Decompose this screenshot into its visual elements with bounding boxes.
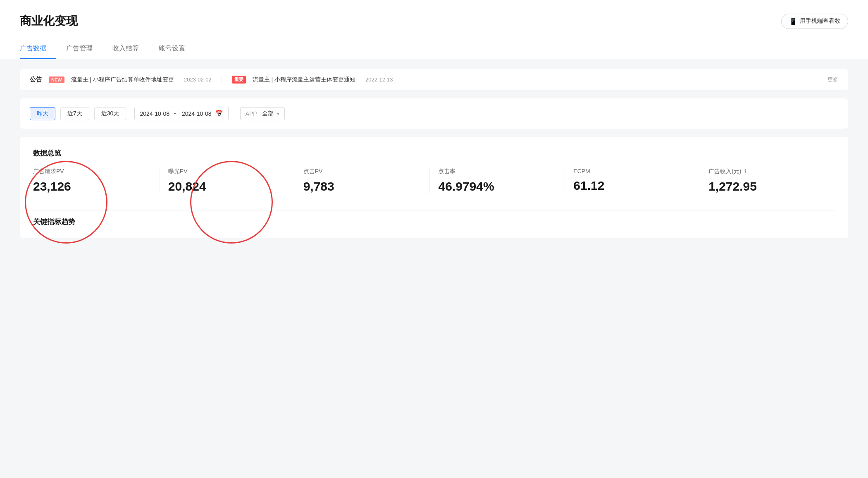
stat-value-5: 1,272.95 (708, 179, 827, 194)
stat-label-0: 广告请求PV (33, 168, 151, 175)
time-btn-yesterday[interactable]: 昨天 (30, 107, 55, 120)
page-title: 商业化变现 (20, 13, 78, 29)
tabs-bar: 广告数据 广告管理 收入结算 账号设置 (20, 39, 848, 59)
mobile-view-button[interactable]: 📱 用手机端查看数 (781, 14, 848, 29)
calendar-icon: 📅 (215, 110, 223, 117)
header: 商业化变现 📱 用手机端查看数 广告数据 广告管理 收入结算 账号设置 (0, 0, 868, 59)
stat-value-3: 46.9794% (438, 179, 556, 194)
stat-item-click-pv: 点击PV 9,783 (295, 168, 430, 194)
stat-label-3: 点击率 (438, 168, 556, 175)
app-select-label: APP (246, 110, 257, 117)
stat-item-ctr: 点击率 46.9794% (430, 168, 565, 194)
notice-text-2: 流量主 | 小程序流量主运营主体变更通知 (253, 76, 355, 84)
stat-label-4: ECPM (573, 168, 692, 174)
notice-divider (222, 76, 222, 83)
time-btn-30days[interactable]: 近30天 (94, 107, 126, 120)
stat-value-0: 23,126 (33, 179, 151, 194)
stat-label-5: 广告收入(元) ℹ (708, 168, 827, 175)
trend-section-title: 关键指标趋势 (33, 214, 835, 227)
notice-date-2: 2022-12-13 (365, 76, 393, 83)
date-end: 2024-10-08 (182, 110, 212, 117)
tab-revenue[interactable]: 收入结算 (103, 39, 149, 59)
date-range-picker[interactable]: 2024-10-08 ～ 2024-10-08 📅 (134, 107, 228, 120)
stat-item-request-pv: 广告请求PV 23,126 (33, 168, 160, 194)
stats-section-title: 数据总览 (33, 148, 835, 158)
main-content: 公告 NEW 流量主 | 小程序广告结算单收件地址变更 2023-02-02 重… (0, 59, 868, 256)
app-select-value: 全部 (262, 110, 274, 117)
phone-icon: 📱 (789, 17, 797, 25)
stat-label-2: 点击PV (303, 168, 422, 175)
stat-value-2: 9,783 (303, 179, 422, 194)
notice-bar: 公告 NEW 流量主 | 小程序广告结算单收件地址变更 2023-02-02 重… (20, 69, 848, 90)
stats-wrapper: 数据总览 广告请求PV 23,126 曝光PV 20,824 点击PV 9,78… (33, 148, 835, 194)
mobile-btn-label: 用手机端查看数 (800, 17, 840, 25)
notice-badge-important: 重要 (232, 76, 246, 84)
stat-value-4: 61.12 (573, 179, 692, 193)
tab-ad-data[interactable]: 广告数据 (20, 39, 56, 59)
info-icon[interactable]: ℹ (744, 168, 746, 174)
stat-item-exposure-pv: 曝光PV 20,824 (160, 168, 295, 194)
stats-grid: 广告请求PV 23,126 曝光PV 20,824 点击PV 9,783 点击率… (33, 168, 835, 194)
stat-item-ecpm: ECPM 61.12 (565, 168, 700, 194)
notice-label: 公告 (30, 76, 42, 84)
header-top: 商业化变现 📱 用手机端查看数 (20, 13, 848, 29)
stat-label-1: 曝光PV (168, 168, 286, 175)
page-container: 商业化变现 📱 用手机端查看数 广告数据 广告管理 收入结算 账号设置 公告 N… (0, 0, 868, 478)
tab-ad-management[interactable]: 广告管理 (56, 39, 103, 59)
date-tilde: ～ (173, 110, 179, 117)
stat-item-revenue: 广告收入(元) ℹ 1,272.95 (700, 168, 835, 194)
stats-card: 数据总览 广告请求PV 23,126 曝光PV 20,824 点击PV 9,78… (20, 137, 848, 238)
notice-text-1: 流量主 | 小程序广告结算单收件地址变更 (71, 76, 174, 84)
tab-account[interactable]: 账号设置 (149, 39, 195, 59)
stat-value-1: 20,824 (168, 179, 286, 194)
filter-bar: 昨天 近7天 近30天 2024-10-08 ～ 2024-10-08 📅 AP… (20, 98, 848, 129)
chevron-down-icon: ▾ (277, 111, 279, 117)
app-selector[interactable]: APP 全部 ▾ (240, 107, 285, 120)
date-start: 2024-10-08 (140, 110, 169, 117)
notice-more[interactable]: 更多 (827, 76, 838, 84)
notice-date-1: 2023-02-02 (184, 76, 212, 83)
notice-badge-new: NEW (49, 76, 64, 83)
time-btn-7days[interactable]: 近7天 (60, 107, 89, 120)
